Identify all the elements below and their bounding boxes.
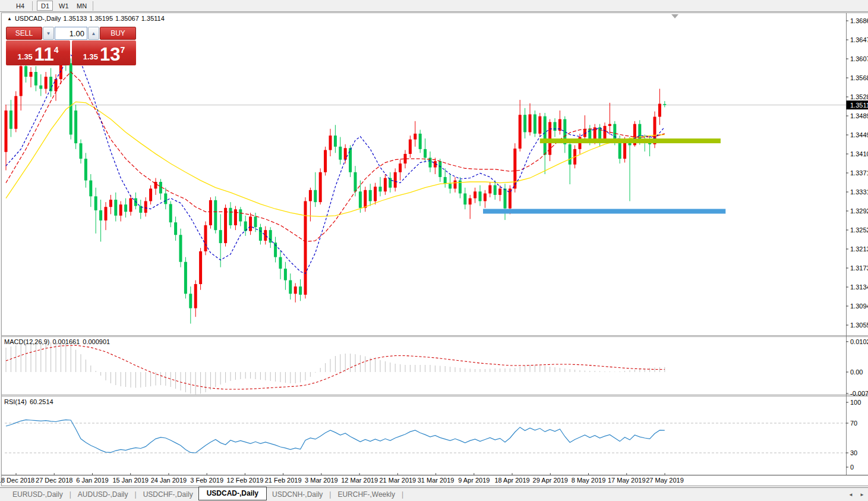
svg-text:1.30940: 1.30940 [850, 303, 868, 310]
volume-up-button[interactable]: ▲ [88, 27, 99, 40]
buy-price-small: 1.35 [83, 52, 98, 61]
macd-signal-value: 0.000901 [83, 338, 110, 345]
svg-text:1.33310: 1.33310 [850, 188, 868, 196]
one-click-trading-panel: SELL ▼ ▲ BUY 1.35 11 4 1.35 13 7 [6, 27, 136, 65]
svg-text:1.34890: 1.34890 [850, 112, 868, 119]
svg-text:3 Mar 2019: 3 Mar 2019 [305, 477, 338, 484]
svg-text:1.32520: 1.32520 [850, 226, 868, 234]
collapse-triangle-icon[interactable]: ▲ [7, 16, 12, 21]
svg-text:1.32920: 1.32920 [850, 207, 868, 215]
buy-price-box[interactable]: 1.35 13 7 [72, 40, 136, 65]
svg-text:30: 30 [850, 449, 857, 456]
macd-indicator-label: MACD(12,26,9)0.0016610.000901 [4, 338, 113, 345]
svg-text:1.36070: 1.36070 [850, 55, 868, 62]
svg-text:1.31340: 1.31340 [850, 283, 868, 291]
chart-title: ▲USDCAD-,Daily1.351331.351951.350671.351… [7, 15, 167, 22]
sell-price-big: 11 [34, 45, 54, 64]
volume-input[interactable] [55, 27, 87, 40]
svg-text:17 May 2019: 17 May 2019 [608, 477, 646, 484]
svg-text:9 Apr 2019: 9 Apr 2019 [458, 477, 490, 484]
svg-text:3 Feb 2019: 3 Feb 2019 [190, 477, 223, 484]
svg-text:1.36860: 1.36860 [850, 17, 868, 24]
svg-text:18 Apr 2019: 18 Apr 2019 [494, 477, 529, 484]
rsi-value: 60.2514 [30, 398, 53, 405]
support-trendline [483, 209, 725, 214]
svg-text:21 Feb 2019: 21 Feb 2019 [265, 477, 302, 484]
rsi-indicator-label: RSI(14)60.2514 [4, 398, 56, 405]
sell-price-small: 1.35 [18, 52, 33, 61]
ohlc-open: 1.35133 [64, 15, 87, 22]
svg-text:21 Mar 2019: 21 Mar 2019 [379, 477, 416, 484]
svg-text:0.00: 0.00 [850, 368, 863, 376]
svg-text:8 May 2019: 8 May 2019 [572, 477, 605, 484]
svg-text:1.31730: 1.31730 [850, 264, 868, 272]
svg-text:1.35280: 1.35280 [850, 93, 868, 100]
svg-text:29 Apr 2019: 29 Apr 2019 [533, 477, 568, 484]
ohlc-high: 1.35195 [89, 15, 113, 22]
svg-text:1.35114: 1.35114 [850, 102, 868, 109]
svg-text:1.33710: 1.33710 [850, 169, 868, 177]
mt4-terminal: H4 D1 W1 MN 1.368601.364701.360701.35680… [0, 0, 868, 501]
svg-text:12 Feb 2019: 12 Feb 2019 [227, 477, 264, 484]
svg-text:1.32130: 1.32130 [850, 245, 868, 253]
svg-text:0: 0 [850, 464, 854, 471]
rsi-name: RSI(14) [4, 398, 27, 405]
svg-text:1.36470: 1.36470 [850, 36, 868, 43]
svg-text:1.30550: 1.30550 [850, 322, 868, 329]
svg-text:0.010229: 0.010229 [850, 338, 868, 345]
svg-text:24 Jan 2019: 24 Jan 2019 [151, 477, 187, 484]
svg-text:31 Mar 2019: 31 Mar 2019 [418, 477, 454, 484]
chart-symbol-label: USDCAD-,Daily [15, 15, 61, 22]
buy-price-pip: 7 [121, 45, 125, 55]
svg-text:12 Mar 2019: 12 Mar 2019 [341, 477, 378, 484]
svg-text:27 May 2019: 27 May 2019 [646, 477, 684, 484]
svg-text:6 Jan 2019: 6 Jan 2019 [76, 477, 108, 484]
macd-value: 0.001661 [52, 338, 80, 345]
svg-text:18 Dec 2018: 18 Dec 2018 [0, 477, 34, 484]
current-price-badge: 1.35114 [847, 100, 868, 109]
buy-price-big: 13 [100, 45, 120, 64]
svg-text:27 Dec 2018: 27 Dec 2018 [36, 477, 72, 484]
sell-price-box[interactable]: 1.35 11 4 [6, 40, 70, 65]
macd-name: MACD(12,26,9) [4, 338, 49, 345]
svg-text:1.35680: 1.35680 [850, 74, 868, 81]
price-chart-canvas[interactable]: 1.368601.364701.360701.356801.352801.348… [0, 0, 868, 501]
svg-text:15 Jan 2019: 15 Jan 2019 [112, 477, 149, 484]
volume-down-button[interactable]: ▼ [43, 27, 54, 40]
svg-text:1.34100: 1.34100 [850, 150, 868, 157]
buy-button[interactable]: BUY [100, 27, 136, 40]
svg-text:100: 100 [850, 399, 861, 406]
sell-button[interactable]: SELL [6, 27, 42, 40]
ohlc-close: 1.35114 [141, 15, 165, 22]
chart-window-background [1, 12, 868, 486]
svg-text:-0.00747: -0.00747 [850, 390, 868, 397]
svg-text:70: 70 [850, 420, 857, 427]
sell-price-pip: 4 [54, 45, 59, 55]
resistance-trendline [540, 138, 721, 143]
svg-text:1.34490: 1.34490 [850, 131, 868, 138]
ohlc-low: 1.35067 [115, 15, 139, 22]
